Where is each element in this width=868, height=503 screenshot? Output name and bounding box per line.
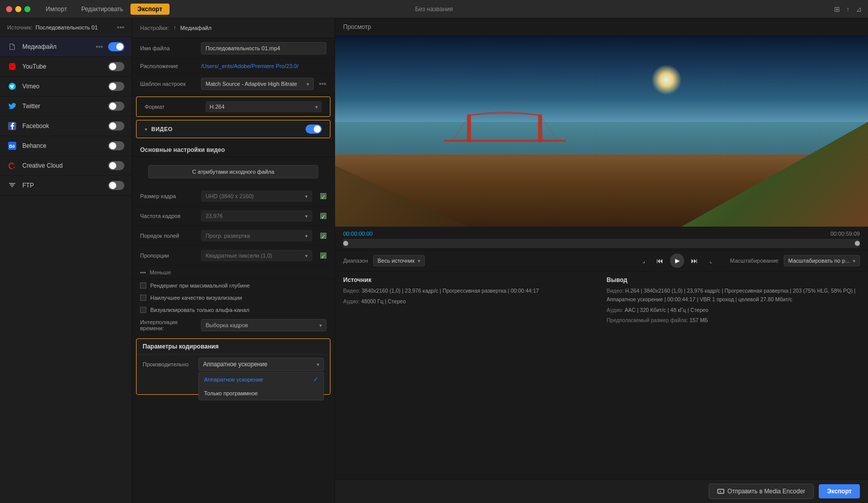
sidebar-item-youtube[interactable]: YouTube — [0, 57, 131, 77]
output-video-label: Видео: — [607, 288, 624, 294]
encoding-header: Параметры кодирования — [137, 339, 330, 355]
settings-icon[interactable]: ⊿ — [856, 5, 862, 13]
mediafile-toggle[interactable] — [108, 42, 124, 51]
time-start: 00:00:00:00 — [343, 231, 373, 237]
filename-input[interactable] — [201, 42, 326, 54]
step-back-btn[interactable]: ⏮ — [654, 255, 666, 267]
sidebar-item-creativecloud[interactable]: Creative Cloud — [0, 156, 131, 176]
scale-arrow-icon: ▾ — [853, 258, 855, 264]
frame-size-value: UHD (3840 x 2160) — [206, 193, 254, 199]
share-icon[interactable]: ↑ — [846, 5, 850, 13]
performance-label: Производительно — [143, 361, 193, 367]
youtube-toggle[interactable] — [108, 62, 124, 71]
aspect-select[interactable]: Квадратные пиксели (1,0) ▾ — [201, 250, 312, 261]
aspect-arrow-icon: ▾ — [305, 253, 308, 259]
timeline-bar[interactable] — [343, 239, 860, 248]
aspect-row: Пропорции Квадратные пиксели (1,0) ▾ ✓ — [132, 246, 335, 266]
youtube-label: YouTube — [22, 63, 103, 70]
creativecloud-toggle[interactable] — [108, 161, 124, 170]
frame-size-select[interactable]: UHD (3840 x 2160) ▾ — [201, 191, 312, 202]
youtube-icon — [7, 61, 17, 72]
sidebar-item-twitter[interactable]: Twitter — [0, 97, 131, 116]
mediafile-more-icon[interactable]: ••• — [95, 43, 103, 51]
frame-size-checkbox[interactable]: ✓ — [320, 193, 326, 199]
maximize-dot[interactable] — [24, 6, 30, 12]
right-panel: Просмотр — [335, 18, 868, 503]
facebook-toggle[interactable] — [108, 121, 124, 131]
max-depth-checkbox[interactable] — [140, 282, 146, 289]
play-button[interactable]: ▶ — [670, 254, 684, 268]
timeline-handle-right[interactable] — [855, 241, 860, 246]
sidebar-item-facebook[interactable]: Facebook — [0, 116, 131, 136]
max-depth-label: Рендеринг при максимальной глубине — [150, 282, 250, 289]
range-select[interactable]: Весь источник ▾ — [373, 255, 425, 266]
sidebar-item-mediafile[interactable]: Медиафайл ••• — [0, 37, 131, 57]
format-value: H.264 — [210, 104, 224, 110]
basic-video-title: Основные настройки видео — [132, 141, 335, 157]
field-order-row: Порядок полей Прогр. развертка ▾ ✓ — [132, 226, 335, 246]
sidebar-item-vimeo[interactable]: Vimeo — [0, 77, 131, 97]
frame-size-label: Размер кадра — [140, 193, 196, 199]
option-hardware[interactable]: Аппаратное ускорение ✓ — [199, 372, 323, 387]
fullscreen-icon[interactable]: ⊞ — [834, 5, 840, 13]
behance-toggle[interactable] — [108, 141, 124, 150]
close-dot[interactable] — [6, 6, 12, 12]
preset-more-icon[interactable]: ••• — [319, 80, 326, 88]
minimize-dot[interactable] — [15, 6, 21, 12]
output-audio-label: Аудио: — [607, 307, 623, 313]
frame-rate-select[interactable]: 23,976 ▾ — [201, 210, 312, 222]
video-toggle[interactable] — [306, 124, 322, 134]
main-layout: Источник: Последовательность 01 ••• Меди… — [0, 18, 868, 503]
range-value: Весь источник — [378, 258, 415, 264]
video-chevron-icon: ▾ — [145, 127, 147, 132]
preset-select[interactable]: Match Source - Adaptive High Bitrate ▾ — [201, 78, 314, 90]
format-select[interactable]: H.264 ▾ — [206, 101, 322, 112]
settings-header-value: Медиафайл — [180, 25, 212, 31]
import-nav-btn[interactable]: Импорт — [39, 4, 74, 15]
format-label: Формат — [145, 104, 201, 110]
field-order-select[interactable]: Прогр. развертка ▾ — [201, 230, 312, 241]
less-button[interactable]: ••• Меньше — [140, 269, 171, 275]
best-quality-checkbox[interactable] — [140, 295, 146, 301]
field-order-checkbox[interactable]: ✓ — [320, 233, 326, 239]
source-video-label: Видео: — [343, 288, 360, 294]
out-point-btn[interactable]: ⌞ — [705, 255, 717, 267]
in-point-btn[interactable]: ⌟ — [638, 255, 650, 267]
alpha-only-checkbox[interactable] — [140, 307, 146, 313]
source-audio-row: Аудио: 48000 Гц | Стерео — [343, 297, 596, 306]
controls-bar: Диапазон Весь источник ▾ ⌟ ⏮ ▶ ⏭ ⌞ Масшт… — [335, 250, 868, 271]
performance-select[interactable]: Аппаратное ускорение ▾ — [198, 358, 324, 371]
video-section-header[interactable]: ▾ ВИДЕО — [136, 120, 330, 138]
time-interp-select[interactable]: Выборка кадров ▾ — [201, 319, 326, 331]
frame-rate-value: 23,976 — [206, 213, 223, 219]
performance-select-container: Аппаратное ускорение ▾ Аппаратное ускоре… — [198, 358, 324, 371]
export-nav-btn[interactable]: Экспорт — [130, 4, 170, 15]
encoder-button[interactable]: Отправить в Media Encoder — [709, 484, 814, 499]
step-forward-btn[interactable]: ⏭ — [688, 255, 700, 267]
vimeo-toggle[interactable] — [108, 82, 124, 91]
sidebar-item-ftp[interactable]: FTP — [0, 176, 131, 196]
frame-rate-checkbox[interactable]: ✓ — [320, 213, 326, 219]
ftp-icon — [7, 180, 17, 191]
ftp-toggle[interactable] — [108, 181, 124, 190]
option-software[interactable]: Только программное — [199, 387, 323, 400]
scale-select[interactable]: Масштабировать по р... ▾ — [784, 255, 860, 266]
export-button[interactable]: Экспорт — [819, 484, 860, 498]
aspect-checkbox[interactable]: ✓ — [320, 253, 326, 259]
performance-value: Аппаратное ускорение — [203, 361, 268, 368]
output-video-row: Видео: H.264 | 3840x2160 (1,0) | 23,976 … — [607, 287, 860, 304]
source-attrs-button[interactable]: С атрибутами исходного файла — [148, 165, 318, 178]
twitter-toggle[interactable] — [108, 102, 124, 111]
location-row: Расположение /Users/_ents/Adobe/Premiere… — [132, 59, 335, 74]
info-area: Источник Видео: 3840x2160 (1,0) | 23,976… — [335, 271, 868, 479]
preset-arrow-icon: ▾ — [307, 81, 309, 87]
timeline-handle-left[interactable] — [343, 241, 348, 246]
sidebar-item-behance[interactable]: Bē Behance — [0, 136, 131, 156]
vimeo-label: Vimeo — [22, 83, 103, 90]
source-more-icon[interactable]: ••• — [117, 23, 124, 32]
output-size-row: Предполагаемый размер файла: 157 МБ — [607, 316, 860, 325]
edit-nav-btn[interactable]: Редактировать — [74, 4, 130, 15]
aspect-value: Квадратные пиксели (1,0) — [206, 253, 272, 259]
twitter-label: Twitter — [22, 103, 103, 110]
location-value[interactable]: /Users/_ents/Adobe/Premiere Pro/23.0/ — [201, 63, 326, 69]
